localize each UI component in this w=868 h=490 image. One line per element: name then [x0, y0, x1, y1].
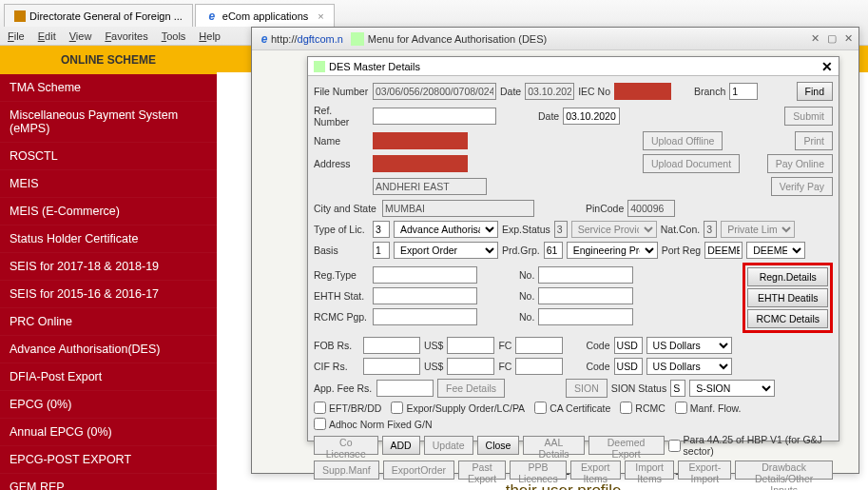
portreg-select[interactable]: DEEMED — [746, 242, 805, 259]
fob-uss-input[interactable] — [447, 337, 494, 354]
menu-tools[interactable]: Tools — [162, 30, 186, 42]
prdgrp-select[interactable]: Engineering Produ — [567, 242, 658, 259]
close-tab-icon[interactable]: × — [318, 10, 323, 22]
past-export-button: Past Export — [458, 461, 506, 480]
name-label: Name — [314, 135, 369, 147]
browser-tab-0[interactable]: Directorate General of Foreign ... — [4, 4, 193, 27]
sidebar-item-rosctl[interactable]: ROSCTL — [0, 143, 217, 170]
pin-label: PinCode — [586, 203, 624, 214]
outer-close2-icon[interactable]: ✕ — [844, 32, 853, 45]
sidebar-item-meis-e[interactable]: MEIS (E-Commerce) — [0, 198, 217, 225]
basis-input[interactable] — [373, 242, 390, 259]
appfee-input[interactable] — [376, 380, 434, 397]
close-button[interactable]: Close — [477, 436, 520, 455]
chk-adhoc[interactable]: Adhoc Norm Fixed G/N — [314, 418, 433, 430]
popup-outer-title: e http://dgftcom.n Menu for Advance Auth… — [252, 28, 858, 50]
menu-view[interactable]: View — [69, 30, 92, 42]
file-number-input — [373, 83, 496, 100]
menu-favorites[interactable]: Favorites — [105, 30, 147, 42]
rcmcpgp-no-input[interactable] — [538, 308, 633, 325]
address-label: Address — [314, 158, 369, 169]
ref-date-input[interactable] — [563, 108, 620, 125]
sidebar-item-meis[interactable]: MEIS — [0, 170, 217, 198]
chk-rcmc[interactable]: RCMC — [620, 402, 665, 414]
sidebar: ONLINE SCHEME TMA Scheme Miscellaneous P… — [0, 46, 217, 490]
url-host: dgftcom.n — [298, 33, 343, 45]
code-input1[interactable] — [614, 337, 643, 354]
date-label: Date — [500, 86, 521, 97]
prdgrp-input[interactable] — [544, 242, 563, 259]
regn-details-button[interactable]: Regn.Details — [747, 267, 828, 286]
ref-input[interactable] — [373, 108, 496, 125]
code-input2[interactable] — [614, 358, 643, 375]
sidebar-item-prc[interactable]: PRC Online — [0, 308, 217, 336]
portreg-input[interactable] — [704, 242, 743, 259]
chk-para4a25[interactable]: Para 4A.25 of HBP V1 (for G&J sector) — [668, 434, 827, 457]
menu-edit[interactable]: Edit — [38, 30, 56, 42]
fc-label1: FC — [498, 340, 511, 351]
iec-label: IEC No — [578, 86, 610, 97]
sidebar-item-tma[interactable]: TMA Scheme — [0, 74, 217, 102]
regtype-input[interactable] — [373, 266, 477, 284]
iec-redacted — [614, 83, 671, 100]
chk-ca-cert[interactable]: CA Certificate — [534, 402, 610, 414]
cif-fc-input[interactable] — [515, 358, 563, 375]
outer-close-icon[interactable]: ✕ — [811, 32, 820, 45]
ie-icon: e — [205, 10, 219, 23]
sidebar-item-seis1718[interactable]: SEIS for 2017-18 & 2018-19 — [0, 253, 217, 281]
sion-status-input[interactable] — [670, 380, 685, 397]
regtype-no-input[interactable] — [538, 266, 633, 284]
code-select1[interactable]: US Dollars — [646, 337, 732, 354]
sidebar-item-shc[interactable]: Status Holder Certificate — [0, 225, 217, 253]
ehth-details-button[interactable]: EHTH Deatils — [747, 288, 828, 307]
chk-export-order[interactable]: Expor/Supply Order/LC/PA — [391, 402, 525, 414]
ehth-input[interactable] — [373, 287, 477, 304]
menu-file[interactable]: File — [8, 30, 25, 42]
sidebar-item-dfia[interactable]: DFIA-Post Export — [0, 363, 217, 391]
sidebar-header: ONLINE SCHEME — [0, 46, 217, 74]
ref-date-label: Date — [538, 110, 559, 122]
ref-label: Ref. Number — [314, 105, 369, 127]
deemed-export-button: Deemed Export — [588, 436, 665, 455]
basis-select[interactable]: Export Order — [394, 242, 498, 259]
outer-maximize-icon[interactable]: ▢ — [827, 32, 837, 45]
cif-uss-input[interactable] — [447, 358, 494, 375]
expstatus-input — [554, 221, 568, 238]
fob-input[interactable] — [363, 337, 420, 354]
typelic-select[interactable]: Advance Authorisation — [394, 221, 498, 238]
rcmc-details-button-inner[interactable]: RCMC Details — [747, 309, 828, 328]
expstatus-label: Exp.Status — [502, 224, 550, 235]
ehth-label: EHTH Stat. — [314, 290, 369, 302]
name-redacted — [373, 132, 468, 149]
sidebar-item-emps[interactable]: Miscellaneous Payment System (eMPS) — [0, 102, 217, 143]
url-prefix: http:// — [271, 33, 298, 45]
sidebar-item-annualepcg[interactable]: Annual EPCG (0%) — [0, 419, 217, 446]
inner-close-icon[interactable]: ✕ — [821, 59, 833, 74]
sidebar-item-epcg[interactable]: EPCG (0%) — [0, 391, 217, 419]
ehth-no-input[interactable] — [538, 287, 633, 304]
cif-input[interactable] — [363, 358, 420, 375]
fob-fc-input[interactable] — [515, 337, 563, 354]
code-select2[interactable]: US Dollars — [646, 358, 732, 375]
fee-details-button: Fee Details — [437, 379, 505, 398]
update-button: Update — [424, 436, 473, 455]
address2-input — [373, 178, 487, 195]
inner-title: DES Master Details — [329, 61, 420, 72]
menu-help[interactable]: Help — [199, 30, 221, 42]
rcmcpgp-input[interactable] — [373, 308, 477, 325]
chk-manf-flow[interactable]: Manf. Flow. — [675, 402, 742, 414]
add-button[interactable]: ADD — [382, 436, 420, 455]
sidebar-item-des[interactable]: Advance Authorisation(DES) — [0, 336, 217, 363]
browser-tab-1[interactable]: eeCom applications× — [195, 4, 335, 27]
cif-label: CIF Rs. — [314, 361, 359, 372]
sidebar-item-gemrep[interactable]: GEM REP — [0, 474, 217, 490]
sidebar-item-epcgpost[interactable]: EPCG-POST EXPORT — [0, 446, 217, 474]
typelic-input[interactable] — [373, 221, 390, 238]
address-redacted — [373, 155, 468, 172]
branch-input[interactable] — [729, 83, 758, 100]
chk-eft[interactable]: EFT/BR/DD — [314, 402, 381, 414]
find-button[interactable]: Find — [797, 82, 833, 101]
export-items-button: Export Items — [570, 461, 621, 480]
sion-status-select[interactable]: S-SION — [689, 380, 775, 397]
sidebar-item-seis1516[interactable]: SEIS for 2015-16 & 2016-17 — [0, 281, 217, 308]
